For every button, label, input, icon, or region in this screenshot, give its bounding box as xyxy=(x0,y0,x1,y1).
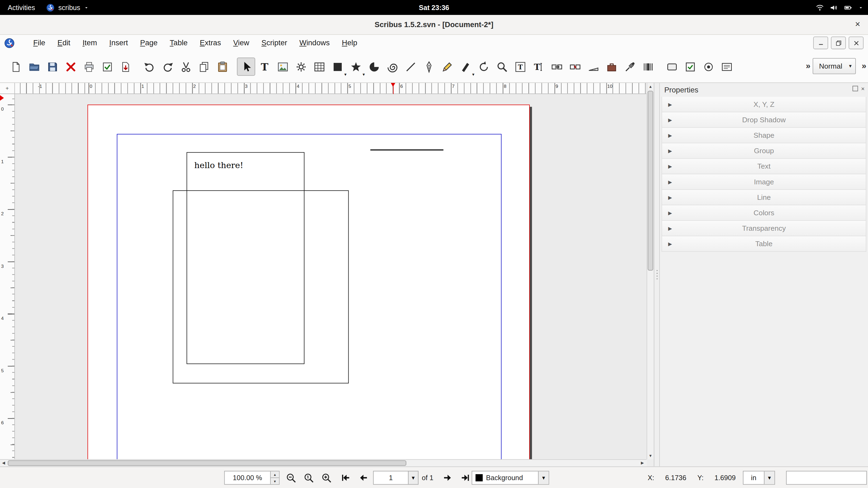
menu-extras[interactable]: Extras xyxy=(194,37,227,50)
titlebar-close-button[interactable]: × xyxy=(855,19,860,30)
new-document-button[interactable] xyxy=(6,58,25,76)
copy-button[interactable] xyxy=(195,58,213,76)
print-button[interactable] xyxy=(80,58,98,76)
export-pdf-button[interactable] xyxy=(116,58,134,76)
insert-text-frame-button[interactable] xyxy=(255,58,273,76)
activities-button[interactable]: Activities xyxy=(8,3,35,11)
system-status-area[interactable] xyxy=(815,0,864,15)
copy-item-properties-button[interactable] xyxy=(602,58,620,76)
horizontal-ruler[interactable]: -1012345678910 xyxy=(15,83,647,94)
rotate-item-button[interactable] xyxy=(474,58,493,76)
zoom-in-button[interactable] xyxy=(319,471,335,485)
pdf-push-button-tool[interactable] xyxy=(663,58,681,76)
zoom-tool-button[interactable] xyxy=(493,58,511,76)
menu-scripter[interactable]: Scripter xyxy=(255,37,293,50)
close-button[interactable] xyxy=(849,37,864,50)
spin-up-icon[interactable]: ▲ xyxy=(271,471,279,478)
prop-section-transparency[interactable]: ▶Transparency xyxy=(661,221,866,236)
menu-insert[interactable]: Insert xyxy=(103,37,134,50)
layer-selector[interactable]: Background ▼ xyxy=(472,471,549,485)
toolbar-overflow-button[interactable]: » xyxy=(862,61,866,70)
ruler-origin-button[interactable]: + xyxy=(0,83,15,94)
menu-edit[interactable]: Edit xyxy=(51,37,76,50)
panel-splitter-handle[interactable] xyxy=(654,83,660,466)
link-text-frames-button[interactable] xyxy=(547,58,565,76)
prop-section-drop-shadow[interactable]: ▶Drop Shadow xyxy=(661,112,866,128)
float-panel-icon[interactable] xyxy=(852,86,858,91)
prop-section-table[interactable]: ▶Table xyxy=(661,236,866,252)
prop-section-shape[interactable]: ▶Shape xyxy=(661,128,866,143)
insert-spiral-button[interactable] xyxy=(383,58,401,76)
preflight-verifier-button[interactable] xyxy=(98,58,116,76)
menu-table[interactable]: Table xyxy=(163,37,194,50)
paste-button[interactable] xyxy=(213,58,231,76)
select-item-button[interactable] xyxy=(237,58,255,76)
insert-freehand-line-button[interactable] xyxy=(438,58,456,76)
scroll-left-arrow[interactable]: ◀ xyxy=(0,460,7,466)
unlink-text-frames-button[interactable] xyxy=(566,58,584,76)
insert-table-button[interactable] xyxy=(310,58,328,76)
insert-bezier-curve-button[interactable] xyxy=(420,58,438,76)
page-number-dropdown-button[interactable]: ▼ xyxy=(408,471,418,485)
measurements-button[interactable] xyxy=(584,58,602,76)
pdf-text-field-tool[interactable] xyxy=(717,58,736,76)
insert-polygon-button[interactable]: ▾ xyxy=(347,58,365,76)
eye-dropper-button[interactable] xyxy=(621,58,639,76)
prop-section-colors[interactable]: ▶Colors xyxy=(661,205,866,221)
prop-section-line[interactable]: ▶Line xyxy=(661,190,866,205)
zoom-level-spinbox[interactable]: 100.00 % ▲▼ xyxy=(224,471,280,485)
insert-calligraphic-line-button[interactable]: ▾ xyxy=(456,58,474,76)
horizontal-scrollbar-thumb[interactable] xyxy=(8,460,406,466)
minimize-button[interactable] xyxy=(813,37,828,50)
app-indicator-button[interactable]: scribus xyxy=(46,3,89,12)
previous-page-button[interactable] xyxy=(355,471,371,485)
zoom-100-button[interactable] xyxy=(301,471,316,485)
insert-line-button[interactable] xyxy=(401,58,420,76)
page[interactable]: hello there! xyxy=(87,105,530,459)
toolbar-overflow-button[interactable]: » xyxy=(806,61,810,70)
spin-buttons[interactable]: ▲▼ xyxy=(270,471,279,484)
insert-arc-button[interactable] xyxy=(365,58,383,76)
undo-button[interactable] xyxy=(140,58,158,76)
menu-file[interactable]: File xyxy=(27,37,51,50)
save-document-button[interactable] xyxy=(43,58,61,76)
open-document-button[interactable] xyxy=(25,58,43,76)
pdf-radio-button-tool[interactable] xyxy=(699,58,717,76)
scroll-up-arrow[interactable]: ▲ xyxy=(647,83,654,90)
layer-dropdown-button[interactable]: ▼ xyxy=(538,471,549,484)
menu-view[interactable]: View xyxy=(227,37,255,50)
redo-button[interactable] xyxy=(158,58,177,76)
line-item[interactable] xyxy=(370,150,443,151)
cut-button[interactable] xyxy=(177,58,195,76)
insert-shape-button[interactable]: ▾ xyxy=(328,58,346,76)
prop-section-xyz[interactable]: ▶X, Y, Z xyxy=(661,97,866,112)
last-page-button[interactable] xyxy=(457,471,473,485)
zoom-out-button[interactable] xyxy=(283,471,299,485)
status-message-field[interactable] xyxy=(786,471,867,485)
spin-down-icon[interactable]: ▼ xyxy=(271,478,279,484)
close-panel-icon[interactable]: × xyxy=(861,86,865,91)
menu-item[interactable]: Item xyxy=(76,37,103,50)
vertical-scrollbar-thumb[interactable] xyxy=(648,91,653,270)
horizontal-scrollbar[interactable]: ◀ ▶ xyxy=(0,459,647,466)
first-page-button[interactable] xyxy=(338,471,353,485)
insert-image-frame-button[interactable] xyxy=(273,58,291,76)
restore-button[interactable] xyxy=(831,37,846,50)
clock-label[interactable]: Sat 23:36 xyxy=(419,3,449,11)
prop-section-group[interactable]: ▶Group xyxy=(661,143,866,159)
scroll-down-arrow[interactable]: ▼ xyxy=(647,452,654,459)
menu-windows[interactable]: Windows xyxy=(293,37,336,50)
insert-render-frame-button[interactable] xyxy=(292,58,310,76)
menu-help[interactable]: Help xyxy=(336,37,364,50)
pdf-check-box-tool[interactable] xyxy=(681,58,699,76)
preview-mode-selector[interactable]: Normal ▼ xyxy=(813,58,856,74)
barcode-button[interactable] xyxy=(639,58,657,76)
prop-section-image[interactable]: ▶Image xyxy=(661,174,866,190)
document-canvas[interactable]: hello there! xyxy=(15,94,647,459)
menu-page[interactable]: Page xyxy=(134,37,163,50)
shape-frame[interactable] xyxy=(173,190,349,383)
unit-selector[interactable]: in ▼ xyxy=(743,471,775,485)
unit-dropdown-button[interactable]: ▼ xyxy=(764,471,774,484)
next-page-button[interactable] xyxy=(439,471,455,485)
edit-contents-button[interactable] xyxy=(511,58,529,76)
